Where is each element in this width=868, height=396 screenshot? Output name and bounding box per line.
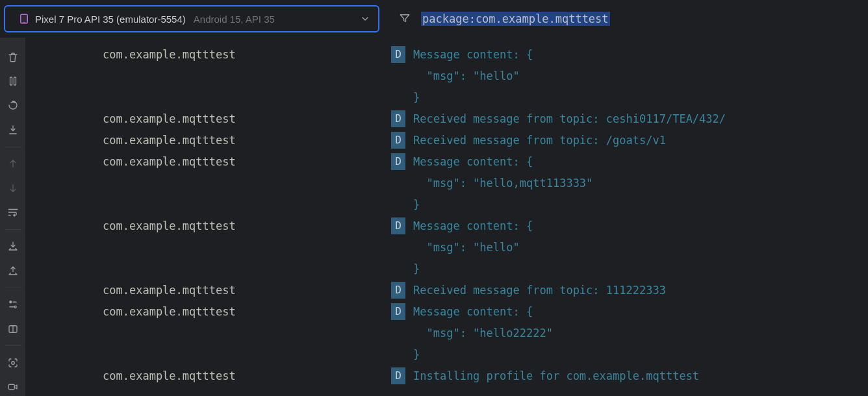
log-row[interactable]: com.example.mqtttestDInstalling profile … — [26, 365, 868, 387]
log-tag: com.example.mqtttest — [26, 44, 383, 66]
log-tag: com.example.mqtttest — [26, 151, 383, 173]
log-tag: com.example.mqtttest — [26, 301, 383, 323]
log-row[interactable]: com.example.mqtttestDReceived message fr… — [26, 280, 868, 301]
log-message: Message content: { — [413, 216, 868, 237]
log-message: Installing profile for com.example.mqttt… — [413, 365, 868, 387]
sidebar-restart-button[interactable] — [4, 97, 22, 114]
log-row[interactable]: com.example.mqtttestDReceived message fr… — [26, 108, 868, 130]
device-subtitle: Android 15, API 35 — [194, 14, 275, 25]
log-row[interactable]: com.example.mqtttestDReceived message fr… — [26, 130, 868, 151]
svg-point-7 — [11, 362, 14, 365]
log-message: "msg": "hello" — [413, 66, 868, 87]
settings-icon — [7, 299, 19, 310]
log-row[interactable]: com.example.mqtttestDMessage content: { — [26, 301, 868, 323]
device-name: Pixel 7 Pro API 35 (emulator-5554) — [35, 14, 186, 25]
log-message: "msg": "hello22222" — [413, 323, 868, 344]
log-row[interactable]: "msg": "hello" — [26, 66, 868, 87]
log-message: } — [413, 194, 868, 216]
sidebar-record-button[interactable] — [4, 378, 22, 396]
svg-rect-8 — [8, 385, 14, 390]
log-message: } — [413, 87, 868, 108]
log-level: D — [383, 44, 413, 63]
up-icon — [7, 158, 19, 169]
svg-rect-1 — [21, 14, 28, 23]
sidebar-screenshot-button[interactable] — [4, 354, 22, 371]
pause-icon — [7, 75, 19, 87]
sidebar-scroll-end-button[interactable] — [4, 121, 22, 138]
logcat-body: com.example.mqtttestDMessage content: { … — [0, 38, 868, 396]
svg-rect-4 — [14, 77, 16, 85]
log-row[interactable]: "msg": "hello,mqtt113333" — [26, 173, 868, 194]
wrap-icon — [7, 206, 19, 218]
level-badge: D — [391, 367, 405, 384]
logcat-filter[interactable]: package:com.example.mqtttest — [391, 5, 863, 32]
log-tag: com.example.mqtttest — [26, 130, 383, 151]
device-icon — [18, 13, 30, 25]
record-icon — [7, 381, 19, 393]
screenshot-icon — [7, 357, 19, 369]
log-message: Message content: { — [413, 301, 868, 323]
logcat-top-bar: Pixel 7 Pro API 35 (emulator-5554) Andro… — [0, 0, 868, 38]
sidebar-down-button — [4, 179, 22, 197]
log-row[interactable]: "msg": "hello22222" — [26, 323, 868, 344]
sidebar-divider — [5, 229, 21, 230]
level-badge: D — [391, 217, 405, 234]
sidebar-export-button[interactable] — [4, 262, 22, 279]
sidebar-trash-button[interactable] — [4, 48, 22, 66]
log-row[interactable]: com.example.mqtttestDMessage content: { — [26, 151, 868, 173]
sidebar-settings-button[interactable] — [4, 296, 22, 314]
log-level: D — [383, 280, 413, 299]
log-level: D — [383, 130, 413, 149]
log-level: D — [383, 365, 413, 384]
device-selector[interactable]: Pixel 7 Pro API 35 (emulator-5554) Andro… — [4, 5, 379, 32]
log-message: } — [413, 344, 868, 365]
level-badge: D — [391, 303, 405, 320]
sidebar-divider — [5, 147, 21, 147]
log-level: D — [383, 216, 413, 234]
logcat-sidebar — [0, 38, 26, 396]
sidebar-pause-button[interactable] — [4, 72, 22, 90]
restart-icon — [7, 99, 19, 111]
svg-rect-3 — [10, 77, 12, 85]
import-icon — [7, 240, 19, 252]
log-message: Received message from topic: ceshi0117/T… — [413, 108, 868, 130]
log-message: Received message from topic: /goats/v1 — [413, 130, 868, 151]
sidebar-up-button — [4, 155, 22, 173]
sidebar-divider — [5, 288, 21, 288]
log-level: D — [383, 301, 413, 320]
level-badge: D — [391, 153, 405, 170]
log-level: D — [383, 151, 413, 170]
log-row[interactable]: com.example.mqtttestDMessage content: { — [26, 216, 868, 237]
sidebar-divider — [5, 345, 21, 346]
log-tag: com.example.mqtttest — [26, 216, 383, 237]
log-level: D — [383, 108, 413, 127]
log-message: "msg": "hello,mqtt113333" — [413, 173, 868, 194]
log-row[interactable]: com.example.mqtttestDMessage content: { — [26, 44, 868, 66]
log-message: "msg": "hello" — [413, 237, 868, 258]
log-message: Message content: { — [413, 151, 868, 173]
sidebar-import-button[interactable] — [4, 238, 22, 255]
log-row[interactable]: } — [26, 87, 868, 108]
trash-icon — [7, 51, 19, 63]
log-row[interactable]: } — [26, 194, 868, 216]
level-badge: D — [391, 110, 405, 127]
down-icon — [7, 182, 19, 194]
log-row[interactable]: } — [26, 344, 868, 365]
log-message: Message content: { — [413, 44, 868, 66]
log-tag: com.example.mqtttest — [26, 108, 383, 130]
chevron-down-icon — [360, 14, 370, 24]
log-message: Received message from topic: 111222333 — [413, 280, 868, 301]
log-tag: com.example.mqtttest — [26, 365, 383, 387]
export-icon — [7, 265, 19, 277]
filter-icon — [399, 12, 412, 25]
sidebar-split-button[interactable] — [4, 320, 22, 338]
filter-input[interactable]: package:com.example.mqtttest — [421, 12, 610, 26]
log-list[interactable]: com.example.mqtttestDMessage content: { … — [26, 38, 868, 396]
sidebar-wrap-button[interactable] — [4, 203, 22, 221]
level-badge: D — [391, 46, 405, 63]
level-badge: D — [391, 282, 405, 299]
log-row[interactable]: } — [26, 258, 868, 280]
log-row[interactable]: "msg": "hello" — [26, 237, 868, 258]
log-message: } — [413, 258, 868, 280]
level-badge: D — [391, 132, 405, 149]
